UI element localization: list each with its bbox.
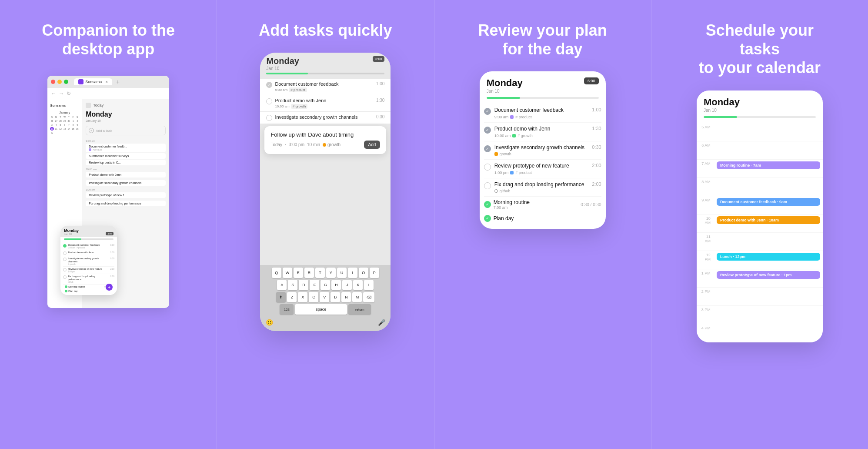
task-sub: 10:00 am # growth bbox=[494, 134, 589, 138]
task-time: 0:30 bbox=[110, 257, 114, 260]
task-check bbox=[484, 164, 491, 171]
key-b[interactable]: B bbox=[331, 292, 340, 302]
cal-jan10: Jan 10 bbox=[704, 108, 740, 113]
key-backspace[interactable]: ⌫ bbox=[363, 292, 374, 302]
key-g[interactable]: G bbox=[320, 280, 330, 290]
timeline-content bbox=[714, 324, 823, 326]
emoji-icon[interactable]: 🙂 bbox=[264, 317, 275, 328]
key-a[interactable]: A bbox=[277, 280, 287, 290]
key-u[interactable]: U bbox=[337, 268, 347, 278]
key-r[interactable]: R bbox=[304, 268, 314, 278]
cal-header: Monday Jan 10 bbox=[697, 90, 823, 123]
hour-label: 10 AM bbox=[697, 214, 714, 227]
new-tab-icon[interactable]: + bbox=[116, 78, 120, 85]
task-info: Product demo with Jenn bbox=[68, 251, 109, 254]
task-item[interactable]: Summarize customer surveys bbox=[86, 153, 166, 159]
key-y[interactable]: Y bbox=[326, 268, 336, 278]
key-l[interactable]: L bbox=[364, 280, 374, 290]
heading-line2: to your calendar bbox=[699, 59, 821, 77]
key-h[interactable]: H bbox=[331, 280, 341, 290]
task-check bbox=[63, 251, 67, 255]
task-body: Document customer feedback 9:00 am # pro… bbox=[275, 81, 374, 92]
key-shift[interactable]: ⬆ bbox=[276, 292, 286, 302]
forward-icon[interactable]: → bbox=[59, 90, 64, 97]
key-e[interactable]: E bbox=[294, 268, 303, 278]
task-item[interactable]: Investigate secondary growth channels bbox=[86, 180, 166, 186]
task-name: Fix drag and drop loading performance bbox=[89, 202, 164, 205]
calendar-event[interactable]: Lunch · 12pm bbox=[717, 253, 820, 261]
task-row: ✓ Document customer feedback 9:00 am # p… bbox=[484, 104, 601, 123]
mic-icon[interactable]: 🎤 bbox=[376, 317, 387, 328]
plan-day-info: Monday Jan 10 bbox=[487, 77, 523, 94]
timeline-row-10am: 10 AM Product demo with Jenn · 10am bbox=[697, 214, 823, 233]
task-item[interactable]: Review prototype of new f... bbox=[86, 192, 166, 198]
key-q[interactable]: Q bbox=[272, 268, 281, 278]
add-task-row[interactable]: + Add a task bbox=[86, 126, 166, 135]
key-w[interactable]: W bbox=[283, 268, 292, 278]
panel-1-heading: Companion to the desktop app bbox=[42, 21, 175, 58]
keyboard-row-4: 123 space return bbox=[262, 304, 389, 315]
calendar-event[interactable]: Morning routine · 7am bbox=[717, 161, 820, 169]
cal-day-header: T bbox=[67, 115, 71, 119]
task-meta: 10:00 am # growth bbox=[275, 104, 374, 109]
timeline-content bbox=[714, 178, 823, 180]
key-j[interactable]: J bbox=[342, 280, 352, 290]
key-o[interactable]: O bbox=[359, 268, 368, 278]
calendar-event[interactable]: Product demo with Jenn · 10am bbox=[717, 216, 820, 224]
key-123[interactable]: 123 bbox=[280, 304, 294, 315]
task-row: ✓ Product demo with Jenn 10:00 am # grow… bbox=[484, 123, 601, 141]
phone-task-row: Investigate secondary growth channels # … bbox=[63, 256, 114, 267]
key-n[interactable]: N bbox=[341, 292, 351, 302]
refresh-icon[interactable]: ↻ bbox=[67, 90, 71, 97]
key-s[interactable]: S bbox=[288, 280, 297, 290]
task-duration: 1:00 bbox=[592, 107, 601, 112]
task-sub: growth bbox=[494, 152, 589, 156]
task-name: Investigate secondary growth channels bbox=[275, 114, 374, 120]
green-task-duration: 0:30 / 0:30 bbox=[581, 202, 601, 207]
cal-day-header: F bbox=[71, 115, 75, 119]
task-sub: 9:00 am · # product bbox=[68, 247, 109, 249]
calendar-event[interactable]: Document customer feedback · 9am bbox=[717, 198, 820, 206]
today-nav-icon bbox=[86, 103, 91, 108]
tag-chip: # product bbox=[289, 87, 307, 92]
mini-calendar: January S M T W T F S 26 27 28 29 30 bbox=[50, 111, 79, 134]
key-p[interactable]: P bbox=[370, 268, 379, 278]
green-task-name: Plan day bbox=[494, 215, 601, 221]
add-button[interactable]: Add bbox=[364, 141, 381, 149]
key-return[interactable]: return bbox=[348, 304, 371, 315]
key-m[interactable]: M bbox=[352, 292, 362, 302]
key-t[interactable]: T bbox=[315, 268, 325, 278]
phone-progress-bar bbox=[64, 238, 114, 240]
task-duration: 1:00 bbox=[376, 81, 384, 86]
key-x[interactable]: X bbox=[298, 292, 307, 302]
cal-date: 11 bbox=[54, 127, 58, 131]
calendar-event[interactable]: Review prototype of new feature · 1pm bbox=[717, 271, 820, 279]
key-i[interactable]: I bbox=[348, 268, 357, 278]
key-space[interactable]: space bbox=[295, 304, 347, 315]
phone-overlay-header: Monday Jan 10 3:00 bbox=[60, 226, 117, 237]
timeline-row-11am: 11 AM bbox=[697, 233, 823, 251]
hour-label: 1 PM bbox=[697, 269, 714, 277]
task-item[interactable]: Product demo with Jenn bbox=[86, 172, 166, 178]
key-f[interactable]: F bbox=[310, 280, 319, 290]
task-item[interactable]: Document customer feedb... # product bbox=[86, 144, 166, 152]
task-name: Investigate secondary growth channels bbox=[68, 257, 109, 263]
key-z[interactable]: Z bbox=[287, 292, 297, 302]
task-item[interactable]: Fix drag and drop loading performance bbox=[86, 201, 166, 206]
task-item[interactable]: Review top posts in C... bbox=[86, 160, 166, 165]
key-v[interactable]: V bbox=[320, 292, 329, 302]
tag-name: # product bbox=[515, 171, 532, 175]
key-k[interactable]: K bbox=[353, 280, 363, 290]
plan-time-badge: 6:00 bbox=[584, 77, 599, 84]
timeline-row-7am: 7 AM Morning routine · 7am bbox=[697, 160, 823, 178]
back-icon[interactable]: ← bbox=[51, 90, 56, 97]
phone-time-badge: 3:00 bbox=[373, 56, 385, 62]
task-list-area: ✓ Document customer feedback 9:00 am # p… bbox=[260, 79, 391, 265]
green-task-name: Plan day bbox=[68, 290, 77, 292]
key-c[interactable]: C bbox=[309, 292, 318, 302]
key-d[interactable]: D bbox=[299, 280, 308, 290]
timeline-content bbox=[714, 306, 823, 308]
timeline-row-5am: 5 AM bbox=[697, 123, 823, 141]
green-task-row: ✓ Morning routine 7:00 am 0:30 / 0:30 bbox=[484, 197, 601, 212]
task-time-text: 9:00 am bbox=[494, 115, 509, 119]
